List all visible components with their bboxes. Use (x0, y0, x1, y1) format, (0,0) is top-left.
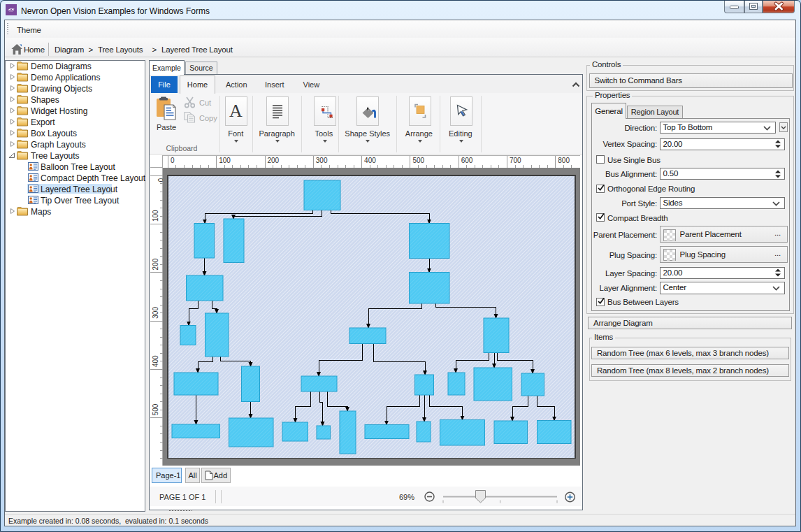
svg-text:0: 0 (171, 157, 175, 164)
svg-text:500: 500 (412, 157, 424, 164)
svg-text:300: 300 (152, 307, 159, 319)
svg-text:300: 300 (316, 157, 328, 164)
svg-text:200: 200 (268, 157, 280, 164)
svg-text:400: 400 (364, 157, 376, 164)
svg-text:0: 0 (157, 178, 164, 182)
svg-text:800: 800 (558, 157, 570, 164)
svg-text:200: 200 (152, 258, 159, 270)
svg-text:100: 100 (219, 157, 231, 164)
svg-text:700: 700 (510, 157, 521, 164)
svg-text:100: 100 (152, 210, 159, 222)
svg-text:600: 600 (461, 157, 473, 164)
svg-text:500: 500 (152, 403, 159, 415)
svg-text:400: 400 (152, 355, 159, 367)
